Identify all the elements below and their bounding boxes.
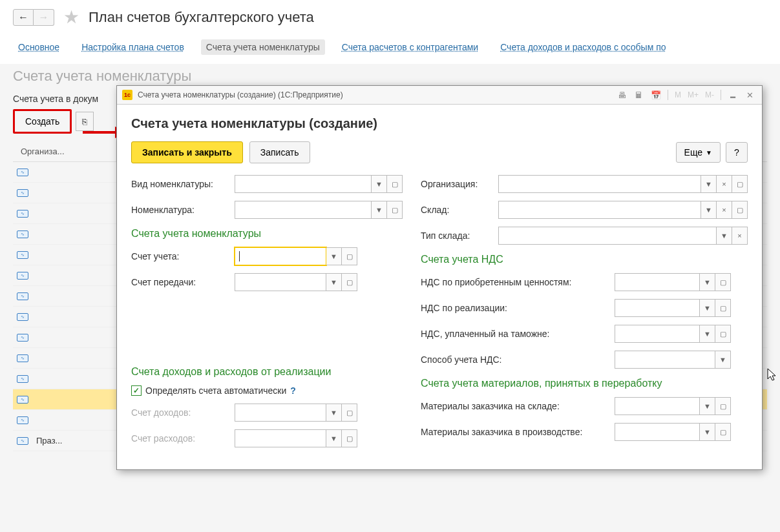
tab-nomenclature-accounts[interactable]: Счета учета номенклатуры: [201, 39, 325, 55]
dropdown-icon[interactable]: ▼: [701, 201, 717, 219]
input-mat-sklad[interactable]: [615, 397, 700, 415]
input-sposob-nds[interactable]: [615, 351, 715, 369]
open-icon[interactable]: ▢: [342, 429, 357, 447]
input-mat-proizv[interactable]: [615, 423, 700, 441]
dialog-window: 1c Счета учета номенклатуры (создание) (…: [116, 85, 763, 470]
dropdown-icon[interactable]: ▼: [326, 429, 342, 447]
row-icon: ∿: [17, 251, 28, 259]
open-icon[interactable]: ▢: [732, 175, 748, 193]
open-icon[interactable]: ▢: [715, 325, 731, 343]
dropdown-icon[interactable]: ▼: [326, 273, 342, 291]
clear-icon[interactable]: ×: [717, 201, 732, 219]
label-schet-rashodov: Счет расходов:: [131, 433, 235, 444]
copy-icon: ⎘: [82, 117, 87, 127]
create-button[interactable]: Создать: [13, 109, 72, 134]
open-icon[interactable]: ▢: [715, 299, 731, 317]
page-subtitle: Счета учета номенклатуры: [13, 68, 767, 85]
label-nds-priobr: НДС по приобретенным ценностям:: [421, 277, 615, 287]
separator: [721, 90, 721, 100]
tab-contragent-accounts[interactable]: Счета расчетов с контрагентами: [337, 39, 483, 55]
open-icon[interactable]: ▢: [342, 273, 357, 291]
input-nds-real[interactable]: [615, 299, 700, 317]
section-income-title: Счета доходов и расходов от реализации: [131, 366, 403, 378]
more-button[interactable]: Еще▼: [676, 142, 721, 163]
input-sklad[interactable]: [498, 201, 701, 219]
help-hint-icon[interactable]: ?: [290, 385, 296, 396]
dropdown-icon[interactable]: ▼: [326, 404, 342, 422]
help-button[interactable]: ?: [726, 142, 748, 163]
dropdown-icon[interactable]: ▼: [700, 397, 715, 415]
tab-main[interactable]: Основное: [13, 39, 65, 55]
copy-icon-button[interactable]: ⎘: [76, 112, 94, 131]
dropdown-icon[interactable]: ▼: [701, 175, 717, 193]
row-icon: ∿: [17, 210, 28, 218]
register-mminus-button[interactable]: M-: [703, 90, 716, 99]
row-icon: ∿: [17, 437, 28, 445]
input-schet-rashodov[interactable]: [235, 429, 326, 447]
label-organizatsiya: Организация:: [421, 179, 498, 189]
open-icon[interactable]: ▢: [342, 247, 357, 265]
dropdown-icon[interactable]: ▼: [326, 247, 342, 265]
register-mplus-button[interactable]: M+: [686, 90, 701, 99]
clear-icon[interactable]: ×: [717, 175, 732, 193]
input-nds-tamozh[interactable]: [615, 325, 700, 343]
clear-icon[interactable]: ×: [732, 227, 748, 245]
section-nds-title: Счета учета НДС: [421, 254, 748, 265]
nav-forward-button[interactable]: →: [34, 9, 54, 26]
input-organizatsiya[interactable]: [498, 175, 701, 193]
dropdown-icon[interactable]: ▼: [372, 201, 387, 219]
open-icon[interactable]: ▢: [387, 201, 403, 219]
dropdown-icon[interactable]: ▼: [700, 325, 715, 343]
open-icon[interactable]: ▢: [715, 273, 731, 291]
favorite-star-icon[interactable]: ★: [63, 6, 79, 28]
column-header-organization[interactable]: Организа...: [13, 141, 116, 161]
dropdown-icon[interactable]: ▼: [700, 299, 715, 317]
print-icon[interactable]: 🖶: [615, 88, 629, 101]
input-vid-nomenklatury[interactable]: [235, 175, 372, 193]
input-nomenklatura[interactable]: [235, 201, 372, 219]
page-title: План счетов бухгалтерского учета: [89, 9, 314, 26]
minimize-icon[interactable]: 🗕: [726, 88, 740, 101]
section-materials-title: Счета учета материалов, принятых в перер…: [421, 378, 748, 389]
label-schet-peredachi: Счет передачи:: [131, 277, 235, 287]
nav-back-button[interactable]: ←: [13, 9, 34, 26]
row-icon: ∿: [17, 334, 28, 342]
row-icon: ∿: [17, 189, 28, 197]
dialog-titlebar[interactable]: 1c Счета учета номенклатуры (создание) (…: [117, 86, 762, 105]
input-tip-sklada[interactable]: [498, 227, 717, 245]
chevron-down-icon: ▼: [706, 149, 712, 156]
row-icon: ∿: [17, 230, 28, 238]
label-mat-proizv: Материалы заказчика в производстве:: [421, 427, 615, 437]
open-icon[interactable]: ▢: [732, 201, 748, 219]
register-m-button[interactable]: M: [673, 90, 683, 99]
row-icon: ∿: [17, 313, 28, 321]
tab-income-expense-accounts[interactable]: Счета доходов и расходов с особым по: [495, 39, 671, 55]
label-nomenklatura: Номенклатура:: [131, 205, 235, 215]
input-schet-ucheta[interactable]: [235, 247, 326, 265]
save-button[interactable]: Записать: [249, 141, 310, 163]
dropdown-icon[interactable]: ▼: [700, 273, 715, 291]
checkbox-auto-label: Определять счета автоматически: [145, 385, 286, 396]
save-and-close-button[interactable]: Записать и закрыть: [131, 141, 243, 163]
row-icon: ∿: [17, 272, 28, 280]
dropdown-icon[interactable]: ▼: [700, 423, 715, 441]
input-schet-peredachi[interactable]: [235, 273, 326, 291]
row-icon: ∿: [17, 375, 28, 383]
dropdown-icon[interactable]: ▼: [715, 351, 731, 369]
tab-plan-settings[interactable]: Настройка плана счетов: [76, 39, 189, 55]
input-nds-priobr[interactable]: [615, 273, 700, 291]
calculator-icon[interactable]: 🖩: [632, 88, 646, 101]
input-schet-dohodov[interactable]: [235, 404, 326, 422]
calendar-icon[interactable]: 📅: [649, 88, 663, 101]
dropdown-icon[interactable]: ▼: [372, 175, 387, 193]
open-icon[interactable]: ▢: [387, 175, 403, 193]
open-icon[interactable]: ▢: [342, 404, 357, 422]
dropdown-icon[interactable]: ▼: [717, 227, 732, 245]
open-icon[interactable]: ▢: [715, 423, 731, 441]
close-icon[interactable]: ✕: [743, 88, 757, 101]
open-icon[interactable]: ▢: [715, 397, 731, 415]
checkbox-auto-determine[interactable]: ✓: [131, 385, 142, 396]
label-mat-sklad: Материалы заказчика на складе:: [421, 401, 615, 411]
row-text: Праз...: [32, 436, 62, 445]
label-vid-nomenklatury: Вид номенклатуры:: [131, 179, 235, 189]
